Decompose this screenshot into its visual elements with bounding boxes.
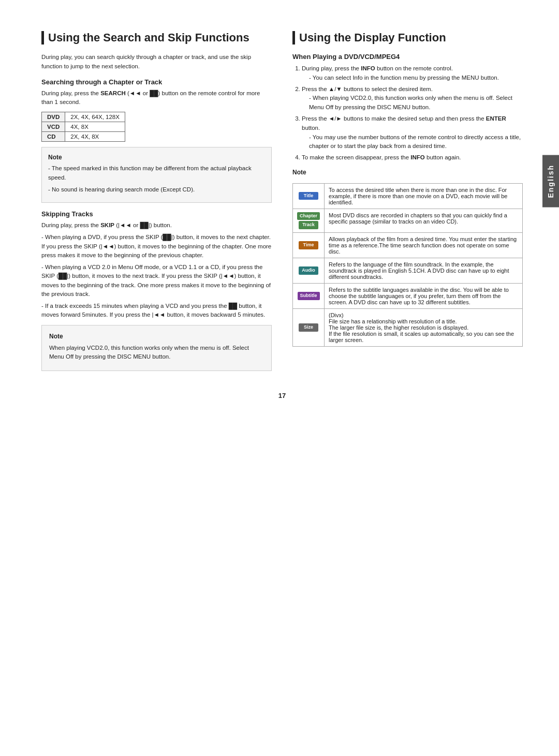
table-row: VCD 4X, 8X: [42, 122, 125, 132]
left-intro: During play, you can search quickly thro…: [41, 53, 272, 71]
note-title-right: Note: [292, 169, 523, 176]
icon-cell-title: Title: [293, 183, 325, 209]
desc-subtitle: Refers to the subtitle languages availab…: [325, 283, 523, 308]
title-icon: Title: [299, 192, 318, 200]
note-title-1: Note: [48, 153, 265, 162]
subtitle-icon: Subtitle: [298, 292, 320, 300]
right-section-title: Using the Display Function: [292, 31, 523, 45]
speeds-dvd: 2X, 4X, 64X, 128X: [65, 112, 125, 122]
note-text-2: When playing VCD2.0, this function works…: [49, 344, 264, 362]
size-icon: Size: [299, 323, 318, 332]
desc-chapter: Most DVD discs are recorded in chapters …: [325, 209, 523, 232]
step-1-sub: - You can select Info in the function me…: [302, 73, 523, 82]
table-row: CD 2X, 4X, 8X: [42, 132, 125, 142]
step-2-sub: - When playing VCD2.0, this function wor…: [302, 94, 523, 112]
note-title-2: Note: [49, 332, 264, 342]
skipping-bullet-3: - If a track exceeds 15 minutes when pla…: [41, 302, 272, 320]
searching-text: During play, press the SEARCH (◄◄ or ██)…: [41, 89, 272, 107]
step-3-sub: - You may use the number buttons of the …: [302, 133, 523, 151]
display-row-audio: Audio Refers to the language of the film…: [293, 258, 523, 283]
speeds-vcd: 4X, 8X: [65, 122, 125, 132]
table-row: DVD 2X, 4X, 64X, 128X: [42, 112, 125, 122]
note-box-2: Note When playing VCD2.0, this function …: [41, 325, 272, 372]
format-cd: CD: [42, 132, 65, 142]
display-row-title: Title To access the desired title when t…: [293, 183, 523, 209]
desc-title: To access the desired title when there i…: [325, 183, 523, 209]
note-item-1: - The speed marked in this function may …: [48, 164, 265, 182]
desc-size: (Divx)File size has a relationship with …: [325, 308, 523, 346]
steps-list: During play, press the INFO button on th…: [292, 64, 523, 162]
speed-table: DVD 2X, 4X, 64X, 128X VCD 4X, 8X CD 2X, …: [41, 112, 125, 142]
note-item-2: - No sound is hearing during search mode…: [48, 185, 265, 194]
left-section-title: Using the Search and Skip Functions: [41, 31, 272, 45]
track-icon: Track: [299, 221, 318, 229]
icon-cell-subtitle: Subtitle: [293, 283, 325, 308]
audio-icon: Audio: [299, 266, 318, 275]
dvd-heading: When Playing a DVD/VCD/MPEG4: [292, 53, 523, 61]
skipping-bullet-2: - When playing a VCD 2.0 in Menu Off mod…: [41, 263, 272, 299]
format-dvd: DVD: [42, 112, 65, 122]
display-row-time: Time Allows playback of the film from a …: [293, 232, 523, 258]
icon-cell-audio: Audio: [293, 258, 325, 283]
speeds-cd: 2X, 4X, 8X: [65, 132, 125, 142]
icon-cell-time: Time: [293, 232, 325, 258]
chapter-icon: Chapter: [297, 212, 320, 220]
icon-cell-size: Size: [293, 308, 325, 346]
step-3: Press the ◄/► buttons to make the desire…: [302, 114, 523, 151]
page: Using the Search and Skip Functions Duri…: [0, 0, 559, 431]
step-1: During play, press the INFO button on th…: [302, 64, 523, 82]
step-4: To make the screen disappear, press the …: [302, 153, 523, 162]
desc-audio: Refers to the language of the film sound…: [325, 258, 523, 283]
step-2: Press the ▲/▼ buttons to select the desi…: [302, 84, 523, 112]
skipping-intro: During play, press the SKIP (|◄◄ or ██|)…: [41, 221, 272, 230]
english-tab: English: [542, 155, 559, 207]
skipping-heading: Skipping Tracks: [41, 210, 272, 218]
skipping-bullet-1: - When playing a DVD, if you press the S…: [41, 233, 272, 260]
page-number: 17: [41, 392, 523, 399]
right-column: Using the Display Function When Playing …: [292, 31, 523, 376]
desc-time: Allows playback of the film from a desir…: [325, 232, 523, 258]
display-table: Title To access the desired title when t…: [292, 183, 523, 347]
display-row-chapter: Chapter Track Most DVD discs are recorde…: [293, 209, 523, 232]
format-vcd: VCD: [42, 122, 65, 132]
left-column: Using the Search and Skip Functions Duri…: [41, 31, 272, 376]
searching-heading: Searching through a Chapter or Track: [41, 78, 272, 86]
display-row-subtitle: Subtitle Refers to the subtitle language…: [293, 283, 523, 308]
note-box-1: Note - The speed marked in this function…: [41, 147, 272, 203]
time-icon: Time: [299, 241, 318, 249]
display-row-size: Size (Divx)File size has a relationship …: [293, 308, 523, 346]
display-note-section: Note Title To access the desired title w…: [292, 169, 523, 347]
icon-cell-chapter: Chapter Track: [293, 209, 325, 232]
